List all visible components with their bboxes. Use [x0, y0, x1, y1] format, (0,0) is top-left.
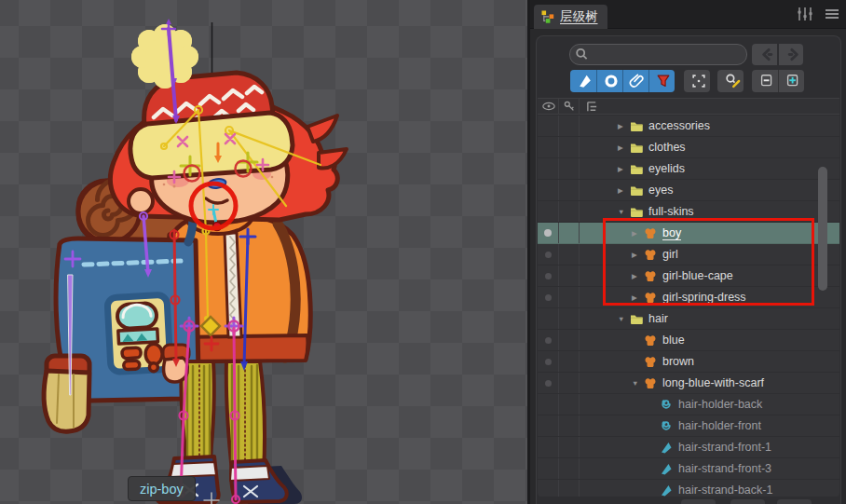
visibility-cell[interactable] — [538, 266, 559, 286]
tree-item-label[interactable]: full-skins — [648, 205, 694, 218]
center-selection-button[interactable] — [684, 70, 710, 92]
tree-row-hair-holder-front[interactable]: hair-holder-front — [538, 415, 839, 437]
expand-all-button[interactable] — [778, 70, 804, 92]
tree-item-label[interactable]: hair-holder-back — [678, 398, 762, 411]
expander-icon[interactable]: ▶ — [618, 116, 630, 136]
key-cell[interactable] — [559, 373, 580, 393]
visibility-cell[interactable] — [538, 351, 559, 372]
tree-item-label[interactable]: eyelids — [648, 162, 685, 175]
key-cell[interactable] — [559, 480, 580, 497]
visibility-cell[interactable] — [538, 394, 559, 415]
tree-item[interactable]: ▶girl-blue-cape — [580, 266, 839, 286]
tree-item-label[interactable]: hair — [648, 312, 668, 325]
tree-row-blue[interactable]: blue — [538, 330, 839, 351]
expander-icon[interactable]: ▼ — [632, 373, 644, 393]
filter-button[interactable] — [648, 70, 675, 92]
visibility-cell[interactable] — [538, 287, 559, 307]
visibility-dot[interactable] — [545, 359, 552, 365]
key-cell[interactable] — [559, 158, 580, 179]
tree-row-clothes[interactable]: ▶clothes — [538, 137, 839, 158]
collapse-all-button[interactable] — [752, 70, 778, 92]
search-prev-button[interactable] — [752, 44, 777, 65]
tree-row-full-skins[interactable]: ▼full-skins — [538, 201, 839, 223]
tree-item-label[interactable]: brown — [662, 355, 694, 368]
bottom-button-2[interactable] — [730, 499, 765, 504]
expander-icon[interactable]: ▶ — [618, 137, 630, 157]
tree-item[interactable]: ▶clothes — [580, 137, 839, 157]
key-cell[interactable] — [559, 244, 580, 265]
keys-column-header[interactable] — [559, 99, 580, 114]
tree-item[interactable]: ▶boy — [580, 223, 839, 243]
tree-item-label[interactable]: long-blue-with-scarf — [662, 376, 764, 389]
tree-item-label[interactable]: blue — [662, 334, 685, 347]
visibility-dot[interactable] — [545, 380, 552, 387]
tree-item[interactable]: ▼full-skins — [580, 201, 839, 222]
visibility-cell[interactable] — [538, 223, 559, 243]
key-cell[interactable] — [559, 201, 580, 222]
key-cell[interactable] — [559, 137, 580, 157]
key-cell[interactable] — [559, 308, 580, 329]
key-cell[interactable] — [559, 415, 580, 436]
bone-filter-button[interactable] — [570, 70, 596, 92]
visibility-cell[interactable] — [538, 201, 559, 222]
tree-item[interactable]: hair-strand-front-3 — [580, 458, 839, 479]
tree-item-label[interactable]: girl — [662, 248, 678, 261]
slot-filter-button[interactable] — [596, 70, 622, 92]
panel-settings-icon[interactable] — [796, 6, 814, 22]
tree-column-header[interactable] — [580, 99, 599, 114]
tree-row-hair-holder-back[interactable]: hair-holder-back — [538, 394, 839, 415]
visibility-cell[interactable] — [538, 244, 559, 265]
tree-item[interactable]: hair-strand-front-1 — [580, 437, 839, 457]
tree-item-label[interactable]: hair-holder-front — [678, 419, 761, 432]
visibility-dot[interactable] — [545, 273, 552, 279]
tree-row-girl-blue-cape[interactable]: ▶girl-blue-cape — [538, 266, 839, 287]
key-cell[interactable] — [559, 223, 580, 243]
expander-icon[interactable]: ▶ — [632, 287, 644, 307]
expander-icon[interactable]: ▶ — [632, 223, 644, 243]
visibility-column-header[interactable] — [538, 99, 559, 114]
expander-icon[interactable]: ▶ — [618, 158, 630, 179]
key-cell[interactable] — [559, 330, 580, 350]
visibility-cell[interactable] — [538, 330, 559, 350]
tree-item-label[interactable]: accessories — [648, 119, 710, 132]
tree-row-eyelids[interactable]: ▶eyelids — [538, 158, 839, 180]
tree-row-hair[interactable]: ▼hair — [538, 308, 839, 330]
visibility-cell[interactable] — [538, 180, 559, 200]
tree-item[interactable]: ▶eyelids — [580, 158, 839, 179]
tree-row-hair-strand-front-1[interactable]: hair-strand-front-1 — [538, 437, 839, 458]
bottom-button-3[interactable] — [777, 499, 812, 504]
search-next-button[interactable] — [778, 44, 803, 65]
tree-item-label[interactable]: hair-strand-front-3 — [678, 462, 771, 475]
tree-item[interactable]: ▼hair — [580, 308, 839, 329]
attachment-filter-button[interactable] — [622, 70, 648, 92]
tree-item[interactable]: ▶girl — [580, 244, 839, 265]
search-edit-button[interactable] — [717, 70, 744, 92]
visibility-cell[interactable] — [538, 415, 559, 436]
tree-item[interactable]: hair-holder-front — [580, 415, 839, 436]
search-input[interactable] — [569, 44, 747, 65]
visibility-cell[interactable] — [538, 458, 559, 479]
visibility-cell[interactable] — [538, 308, 559, 329]
tab-hierarchy-tree[interactable]: 层级树 — [534, 5, 607, 29]
tree-row-brown[interactable]: brown — [538, 351, 839, 373]
expander-icon[interactable]: ▶ — [632, 244, 644, 265]
tree-row-boy[interactable]: ▶boy — [538, 223, 839, 244]
visibility-dot[interactable] — [544, 229, 552, 237]
scene[interactable] — [0, 0, 527, 504]
tree-item[interactable]: hair-strand-back-1 — [580, 480, 839, 497]
tree-item-label[interactable]: clothes — [648, 141, 686, 154]
visibility-dot[interactable] — [545, 252, 552, 258]
key-cell[interactable] — [559, 394, 580, 415]
tree-item-label[interactable]: eyes — [648, 184, 673, 197]
tree-scrollbar-thumb[interactable] — [818, 167, 827, 291]
expander-icon[interactable]: ▶ — [632, 266, 644, 286]
key-cell[interactable] — [559, 458, 580, 479]
expander-icon[interactable]: ▼ — [618, 308, 630, 329]
tree-row-girl-spring-dress[interactable]: ▶girl-spring-dress — [538, 287, 839, 308]
visibility-cell[interactable] — [538, 480, 559, 497]
tree-item[interactable]: ▶eyes — [580, 180, 839, 200]
tree-item[interactable]: ▼long-blue-with-scarf — [580, 373, 839, 393]
tree-row-girl[interactable]: ▶girl — [538, 244, 839, 266]
bottom-button-1[interactable] — [681, 499, 716, 504]
expander-icon[interactable]: ▶ — [618, 180, 630, 200]
